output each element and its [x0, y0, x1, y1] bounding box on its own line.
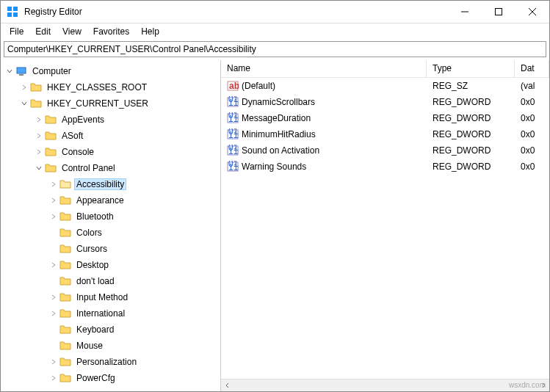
chevron-right-icon[interactable] — [48, 211, 59, 222]
tree-label: Bluetooth — [74, 211, 116, 222]
folder-icon — [59, 243, 71, 255]
tree-node-appevents[interactable]: AppEvents — [1, 112, 220, 128]
menu-favorites[interactable]: Favorites — [87, 25, 135, 38]
value-type: REG_DWORD — [427, 161, 515, 172]
address-bar[interactable]: Computer\HKEY_CURRENT_USER\Control Panel… — [4, 41, 546, 57]
tree-node-computer[interactable]: Computer — [1, 63, 220, 79]
tree-label: Console — [59, 146, 96, 158]
value-data: 0x0 — [515, 161, 549, 172]
col-header-data[interactable]: Dat — [515, 60, 549, 77]
tree-label: PowerCfg — [74, 372, 117, 384]
binary-value-icon: 011110 — [227, 161, 239, 173]
chevron-down-icon[interactable] — [33, 162, 45, 174]
folder-icon — [30, 81, 42, 93]
value-type: REG_DWORD — [427, 97, 515, 107]
folder-open-icon — [59, 178, 71, 190]
chevron-right-icon[interactable] — [48, 356, 59, 368]
value-row[interactable]: 011110MessageDurationREG_DWORD0x0 — [221, 110, 549, 126]
tree-label: Appearance — [74, 195, 126, 206]
value-data: 0x0 — [515, 113, 549, 123]
tree-node-asoft[interactable]: ASoft — [1, 128, 220, 144]
chevron-right-icon[interactable] — [33, 146, 45, 158]
app-icon — [7, 6, 18, 18]
value-type: REG_DWORD — [427, 129, 515, 139]
tree-label: Desktop — [74, 259, 111, 271]
tree-node-powercfg[interactable]: PowerCfg — [1, 370, 220, 386]
value-type: REG_DWORD — [427, 113, 515, 123]
tree-node-controlpanel[interactable]: Control Panel — [1, 160, 220, 176]
tree-node-console[interactable]: Console — [1, 144, 220, 160]
value-row[interactable]: 011110DynamicScrollbarsREG_DWORD0x0 — [221, 94, 549, 110]
binary-value-icon: 011110 — [227, 112, 239, 124]
tree-label: Colors — [74, 227, 104, 239]
tree-label: ASoft — [59, 130, 85, 142]
tree-label: Accessibility — [74, 178, 126, 190]
tree-node-cursors[interactable]: Cursors — [1, 241, 220, 257]
svg-text:110: 110 — [228, 162, 239, 173]
menu-view[interactable]: View — [57, 25, 87, 38]
chevron-right-icon[interactable] — [48, 291, 59, 303]
tree-node-international[interactable]: International — [1, 305, 220, 322]
tree-node-appearance[interactable]: Appearance — [1, 192, 220, 208]
list-header: Name Type Dat — [221, 60, 549, 78]
chevron-down-icon[interactable] — [18, 98, 30, 109]
tree-label: International — [74, 308, 127, 319]
chevron-right-icon[interactable] — [48, 195, 59, 206]
value-row[interactable]: 011110Warning SoundsREG_DWORD0x0 — [221, 159, 549, 175]
value-data: 0x0 — [515, 97, 549, 107]
watermark: wsxdn.com — [509, 381, 546, 389]
svg-rect-3 — [13, 12, 18, 17]
menu-help[interactable]: Help — [135, 25, 165, 38]
menu-file[interactable]: File — [4, 25, 29, 38]
tree-node-desktop[interactable]: Desktop — [1, 257, 220, 273]
tree-label: HKEY_CLASSES_ROOT — [45, 81, 149, 93]
chevron-down-icon[interactable] — [4, 65, 15, 77]
tree-node-personalization[interactable]: Personalization — [1, 354, 220, 370]
tree-node-hkcu[interactable]: HKEY_CURRENT_USER — [1, 95, 220, 112]
chevron-right-icon[interactable] — [48, 259, 59, 271]
expander-empty — [48, 243, 59, 255]
chevron-right-icon[interactable] — [48, 178, 59, 190]
value-row[interactable]: 011110MinimumHitRadiusREG_DWORD0x0 — [221, 126, 549, 142]
minimize-button[interactable] — [448, 1, 482, 23]
chevron-right-icon[interactable] — [48, 308, 59, 319]
value-row[interactable]: 011110Sound on ActivationREG_DWORD0x0 — [221, 142, 549, 159]
maximize-button[interactable] — [482, 1, 515, 23]
expander-empty — [48, 227, 59, 239]
tree-label: Control Panel — [59, 162, 117, 174]
svg-text:110: 110 — [228, 130, 239, 140]
tree-pane[interactable]: Computer HKEY_CLASSES_ROOT HKEY_CURRENT_… — [1, 60, 221, 391]
chevron-right-icon[interactable] — [33, 130, 45, 142]
value-row[interactable]: ab(Default)REG_SZ(val — [221, 78, 549, 94]
value-name: MinimumHitRadius — [242, 129, 316, 139]
chevron-right-icon[interactable] — [18, 81, 30, 93]
tree-node-colors[interactable]: Colors — [1, 225, 220, 241]
col-header-name[interactable]: Name — [221, 60, 427, 77]
col-header-type[interactable]: Type — [427, 60, 515, 77]
tree-node-bluetooth[interactable]: Bluetooth — [1, 208, 220, 225]
tree-label: Input Method — [74, 291, 130, 303]
horizontal-scrollbar[interactable] — [221, 379, 549, 391]
svg-rect-5 — [496, 9, 502, 15]
tree-node-keyboard[interactable]: Keyboard — [1, 322, 220, 338]
tree-node-dontload[interactable]: don't load — [1, 273, 220, 289]
menu-bar: File Edit View Favorites Help — [1, 23, 549, 40]
tree-node-inputmethod[interactable]: Input Method — [1, 289, 220, 305]
chevron-right-icon[interactable] — [33, 114, 45, 126]
tree-node-hkcr[interactable]: HKEY_CLASSES_ROOT — [1, 79, 220, 95]
computer-icon — [15, 65, 27, 77]
folder-icon — [59, 372, 71, 384]
list-body[interactable]: ab(Default)REG_SZ(val011110DynamicScroll… — [221, 78, 549, 379]
folder-icon — [45, 162, 57, 174]
tree-node-mouse[interactable]: Mouse — [1, 338, 220, 354]
tree-node-accessibility[interactable]: Accessibility — [1, 176, 220, 192]
scroll-track[interactable] — [234, 380, 537, 392]
tree-label: don't load — [74, 275, 117, 287]
menu-edit[interactable]: Edit — [29, 25, 57, 38]
chevron-right-icon[interactable] — [48, 372, 59, 384]
tree-label: Computer — [30, 65, 73, 77]
close-button[interactable] — [515, 1, 549, 23]
value-data: (val — [515, 81, 549, 91]
value-name: Warning Sounds — [242, 161, 306, 172]
scroll-left-icon[interactable] — [221, 380, 234, 392]
